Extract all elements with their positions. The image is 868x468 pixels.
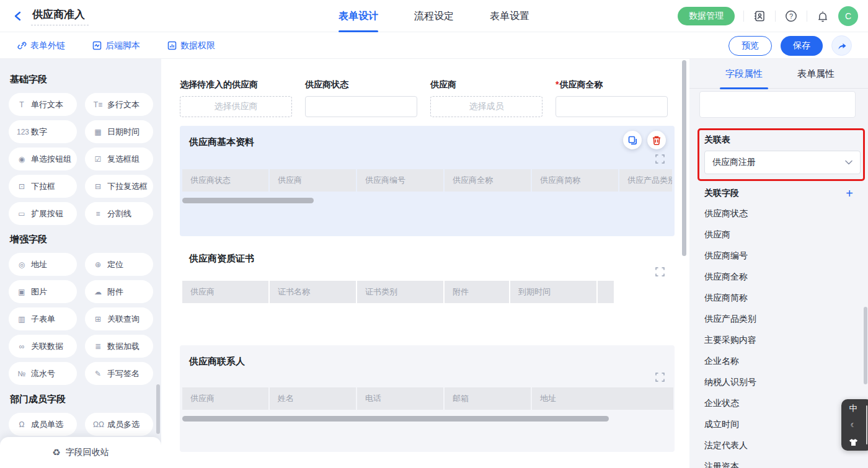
palette-item-label: 数据加载: [107, 341, 140, 352]
palette-item[interactable]: T≡多行文本: [85, 93, 153, 116]
external-link-icon: [17, 41, 27, 50]
image-icon: ▣: [17, 288, 27, 296]
related-field-item[interactable]: 供应商编号: [689, 245, 868, 266]
copy-icon[interactable]: [623, 131, 642, 149]
palette-item[interactable]: ⊕定位: [85, 253, 153, 276]
toolbar-link-data-permission[interactable]: 数据权限: [167, 40, 215, 51]
divider: [807, 11, 807, 22]
related-table-select[interactable]: 供应商注册: [704, 151, 861, 174]
notification-bell-icon[interactable]: [816, 9, 830, 23]
dark-mode-icon[interactable]: ☾: [851, 423, 856, 428]
palette-item-label: 成员多选: [107, 419, 140, 430]
form-field[interactable]: 选择待准入的供应商选择供应商: [180, 79, 292, 117]
help-icon[interactable]: ?: [784, 9, 798, 23]
single-line-text-icon: T: [17, 100, 27, 109]
related-field-item[interactable]: 主要采购内容: [689, 329, 868, 350]
related-field-item[interactable]: 注册资本: [689, 456, 868, 468]
dropdown-icon: ⊡: [17, 182, 27, 191]
toolbar-link-external-link[interactable]: 表单外链: [17, 40, 65, 51]
related-field-item[interactable]: 供应商状态: [689, 203, 868, 224]
delete-icon[interactable]: [647, 131, 666, 149]
palette-item-label: 复选框组: [107, 154, 140, 165]
section-card-certificates[interactable]: 供应商资质证书 供应商证书名称证书类别附件到期时间: [180, 242, 675, 330]
expand-icon[interactable]: [655, 373, 665, 382]
palette-item-label: 多行文本: [107, 99, 140, 110]
horizontal-scrollbar[interactable]: [182, 198, 314, 203]
related-field-item[interactable]: 供应商简称: [689, 287, 868, 308]
share-icon[interactable]: [831, 35, 852, 56]
extension-handle[interactable]: [866, 405, 867, 444]
section-card-contacts[interactable]: 供应商联系人 供应商姓名电话邮箱地址: [180, 345, 675, 452]
palette-item[interactable]: ⊟下拉复选框: [85, 175, 153, 198]
palette-item[interactable]: ▦日期时间: [85, 120, 153, 143]
data-manage-button[interactable]: 数据管理: [678, 7, 735, 25]
palette-scrollbar[interactable]: [156, 384, 160, 434]
form-field-input[interactable]: 选择供应商: [180, 96, 292, 117]
signature-icon: ✎: [93, 369, 103, 378]
expand-icon[interactable]: [655, 154, 665, 164]
tab-form-setting[interactable]: 表单设置: [490, 0, 529, 32]
palette-item-label: 手写签名: [107, 368, 140, 379]
tab-form-properties[interactable]: 表单属性: [786, 59, 846, 89]
form-field-input[interactable]: 选择成员: [430, 96, 542, 117]
tab-flow-setting[interactable]: 流程设定: [414, 0, 454, 32]
related-field-item[interactable]: 供应商全称: [689, 266, 868, 287]
add-field-icon[interactable]: +: [846, 187, 853, 200]
palette-item[interactable]: ◎地址: [9, 253, 77, 276]
theme-icon[interactable]: [849, 438, 858, 446]
palette-item[interactable]: ◉单选按钮组: [9, 148, 77, 170]
translate-icon[interactable]: 中: [849, 404, 857, 413]
location-icon: ⊕: [93, 260, 103, 269]
expand-icon[interactable]: [655, 267, 665, 276]
palette-item[interactable]: ⊡下拉框: [9, 175, 77, 198]
toolbar-links: 表单外链后端脚本数据权限: [17, 32, 215, 59]
form-field[interactable]: 供应商选择成员: [430, 79, 542, 117]
table-column-header: 供应商全称: [445, 169, 531, 192]
palette-item[interactable]: ▭扩展按钮: [9, 202, 77, 225]
property-input[interactable]: [699, 91, 856, 118]
palette-item[interactable]: ☁附件: [85, 280, 153, 303]
contacts-icon[interactable]: [753, 9, 766, 23]
palette-item[interactable]: №流水号: [9, 362, 77, 385]
form-field-input[interactable]: [305, 96, 417, 117]
palette-item[interactable]: ✎手写签名: [85, 362, 153, 385]
table-column-header: 供应商: [182, 387, 268, 410]
related-field-item[interactable]: 纳税人识别号: [689, 371, 868, 392]
palette-item[interactable]: ⊞关联查询: [85, 307, 153, 330]
horizontal-scrollbar[interactable]: [182, 416, 609, 422]
palette-item[interactable]: ∞关联数据: [9, 335, 77, 358]
form-field[interactable]: *供应商全称: [556, 79, 668, 117]
member-multi-icon: ΩΩ: [93, 420, 103, 429]
table-column-header: 供应商状态: [182, 169, 268, 192]
tab-form-design[interactable]: 表单设计: [339, 0, 378, 32]
related-field-item[interactable]: 企业名称: [689, 350, 868, 371]
palette-item-label: 附件: [107, 286, 123, 298]
divider-icon: ≡: [93, 210, 103, 218]
user-avatar[interactable]: C: [838, 6, 858, 26]
related-field-item[interactable]: 供应产品类别: [689, 308, 868, 329]
panel-scrollbar[interactable]: [864, 307, 867, 384]
tab-field-properties[interactable]: 字段属性: [714, 59, 774, 89]
toolbar-link-backend-script[interactable]: 后端脚本: [92, 40, 140, 51]
palette-item[interactable]: ΩΩ成员多选: [85, 413, 153, 436]
back-icon[interactable]: [11, 9, 25, 23]
form-field[interactable]: 供应商状态: [305, 79, 417, 117]
save-button[interactable]: 保存: [781, 36, 823, 56]
palette-item[interactable]: ≡分割线: [85, 202, 153, 225]
form-title[interactable]: 供应商准入: [31, 7, 89, 25]
palette-item[interactable]: Ω成员单选: [9, 413, 77, 436]
form-field-input[interactable]: [556, 96, 668, 117]
palette-item[interactable]: 123数字: [9, 120, 77, 143]
palette-item[interactable]: ≣数据加载: [85, 335, 153, 358]
canvas-scrollbar[interactable]: [682, 60, 686, 256]
table-column-header: 邮箱: [445, 387, 531, 410]
palette-item[interactable]: ☑复选框组: [85, 148, 153, 170]
preview-button[interactable]: 预览: [728, 36, 772, 56]
related-field-item[interactable]: 供应商: [689, 224, 868, 245]
table-column-header: 供应商简称: [532, 169, 618, 192]
palette-item[interactable]: T单行文本: [9, 93, 77, 116]
palette-item[interactable]: ▣图片: [9, 280, 77, 303]
palette-item[interactable]: ▥子表单: [9, 307, 77, 330]
field-recycle-bin-button[interactable]: ♻ 字段回收站: [0, 437, 161, 468]
section-card-basic-info[interactable]: 供应商基本资料 供应商状态供应商供应商编号供应商全称供应商简称供应产品类别: [180, 126, 675, 236]
